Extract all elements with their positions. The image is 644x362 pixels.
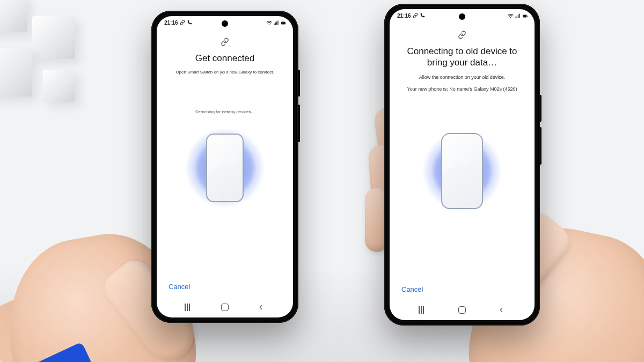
- svg-rect-2: [523, 15, 527, 18]
- power-button: [539, 95, 541, 122]
- android-navbar: [157, 299, 293, 317]
- link-mini-icon: [180, 20, 185, 25]
- device-info-text: Your new phone is: No name's Galaxy M02s…: [398, 86, 526, 93]
- cancel-button[interactable]: Cancel: [399, 281, 425, 298]
- recent-apps-button[interactable]: [418, 305, 428, 315]
- home-button[interactable]: [220, 302, 230, 312]
- camera-hole: [222, 20, 228, 27]
- search-status: Searching for nearby devices...: [165, 109, 284, 114]
- phone-mini-icon: [187, 20, 192, 25]
- volume-button: [298, 105, 300, 142]
- link-mini-icon: [413, 13, 418, 18]
- device-outline-icon: [441, 133, 483, 209]
- wifi-icon: [266, 20, 272, 25]
- volume-button: [539, 127, 541, 165]
- app-content: Get connected Open Smart Switch on your …: [157, 29, 293, 299]
- svg-rect-0: [281, 22, 286, 25]
- svg-rect-1: [286, 23, 286, 24]
- signal-icon: [273, 20, 279, 25]
- link-icon: [458, 31, 466, 39]
- camera-hole: [459, 13, 465, 20]
- page-title: Get connected: [165, 53, 284, 64]
- android-navbar: [390, 302, 535, 320]
- phone-left: 21:16: [151, 11, 298, 323]
- battery-icon: [522, 13, 527, 18]
- device-outline-icon: [206, 134, 244, 202]
- cancel-button[interactable]: Cancel: [166, 278, 192, 295]
- phone-mini-icon: [420, 13, 425, 18]
- search-animation: [398, 117, 526, 225]
- wifi-icon: [508, 13, 513, 18]
- back-button[interactable]: [256, 302, 266, 312]
- recent-apps-button[interactable]: [184, 302, 194, 312]
- page-title: Connecting to old device to bring your d…: [398, 46, 526, 69]
- search-animation: [165, 120, 284, 216]
- app-content: Connecting to old device to bring your d…: [390, 22, 535, 302]
- power-button: [298, 70, 300, 97]
- status-time: 21:16: [397, 13, 411, 19]
- battery-icon: [280, 20, 286, 25]
- back-button[interactable]: [496, 305, 506, 315]
- status-time: 21:16: [164, 20, 178, 26]
- page-subtitle: Open Smart Switch on your new Galaxy to …: [165, 69, 284, 75]
- phone-right: 21:16: [384, 4, 540, 326]
- signal-icon: [515, 13, 520, 18]
- home-button[interactable]: [457, 305, 467, 315]
- page-subtitle: Allow the connection on your old device.: [398, 74, 526, 81]
- svg-rect-3: [527, 16, 528, 17]
- link-icon: [221, 38, 229, 46]
